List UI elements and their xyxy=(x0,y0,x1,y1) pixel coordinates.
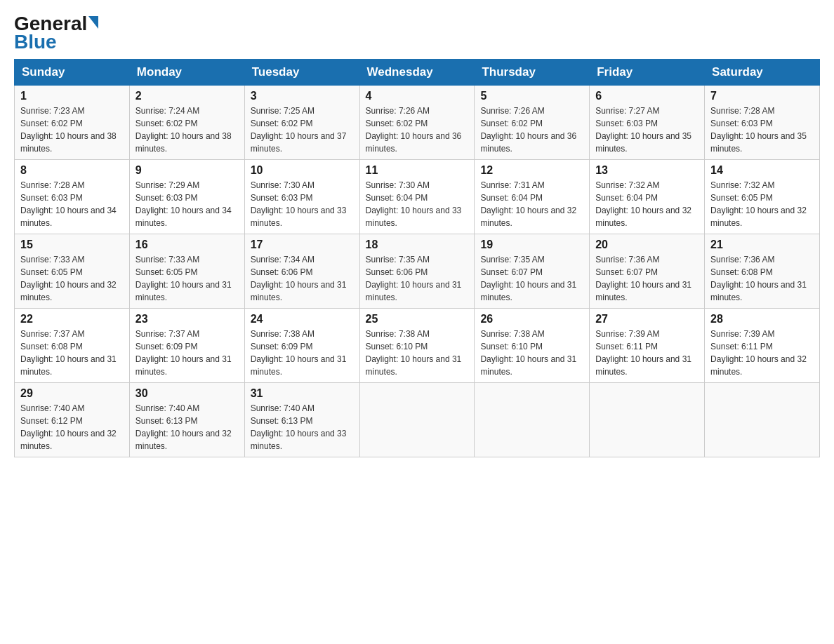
calendar-cell: 21 Sunrise: 7:36 AMSunset: 6:08 PMDaylig… xyxy=(705,234,820,309)
day-number: 7 xyxy=(710,90,814,102)
header-friday: Friday xyxy=(590,60,705,86)
day-info: Sunrise: 7:40 AMSunset: 6:13 PMDaylight:… xyxy=(251,402,354,452)
day-info: Sunrise: 7:34 AMSunset: 6:06 PMDaylight:… xyxy=(251,253,354,304)
calendar-cell: 12 Sunrise: 7:31 AMSunset: 6:04 PMDaylig… xyxy=(475,160,590,234)
day-number: 25 xyxy=(366,313,469,326)
day-info: Sunrise: 7:38 AMSunset: 6:09 PMDaylight:… xyxy=(251,328,354,378)
day-number: 29 xyxy=(20,387,124,400)
day-number: 10 xyxy=(251,164,354,177)
calendar-cell xyxy=(359,383,475,457)
header-monday: Monday xyxy=(129,60,244,86)
day-info: Sunrise: 7:28 AMSunset: 6:03 PMDaylight:… xyxy=(710,105,814,155)
calendar-cell: 25 Sunrise: 7:38 AMSunset: 6:10 PMDaylig… xyxy=(359,309,475,383)
day-info: Sunrise: 7:29 AMSunset: 6:03 PMDaylight:… xyxy=(135,179,239,229)
day-info: Sunrise: 7:25 AMSunset: 6:02 PMDaylight:… xyxy=(251,105,354,155)
calendar-cell: 8 Sunrise: 7:28 AMSunset: 6:03 PMDayligh… xyxy=(15,160,130,234)
calendar-cell: 22 Sunrise: 7:37 AMSunset: 6:08 PMDaylig… xyxy=(15,309,130,383)
calendar-cell xyxy=(475,383,590,457)
header-wednesday: Wednesday xyxy=(359,60,475,86)
day-number: 11 xyxy=(366,164,469,177)
day-number: 16 xyxy=(135,239,239,251)
day-number: 27 xyxy=(595,313,699,326)
calendar-cell: 9 Sunrise: 7:29 AMSunset: 6:03 PMDayligh… xyxy=(129,160,244,234)
day-number: 19 xyxy=(480,239,583,251)
logo: General Blue xyxy=(14,14,98,52)
day-number: 5 xyxy=(480,90,583,102)
day-info: Sunrise: 7:27 AMSunset: 6:03 PMDaylight:… xyxy=(595,105,699,155)
day-info: Sunrise: 7:26 AMSunset: 6:02 PMDaylight:… xyxy=(366,105,469,155)
day-number: 2 xyxy=(135,90,239,102)
week-row-1: 1 Sunrise: 7:23 AMSunset: 6:02 PMDayligh… xyxy=(15,86,820,160)
calendar-cell: 15 Sunrise: 7:33 AMSunset: 6:05 PMDaylig… xyxy=(15,234,130,309)
day-info: Sunrise: 7:38 AMSunset: 6:10 PMDaylight:… xyxy=(480,328,583,378)
day-info: Sunrise: 7:26 AMSunset: 6:02 PMDaylight:… xyxy=(480,105,583,155)
day-info: Sunrise: 7:32 AMSunset: 6:05 PMDaylight:… xyxy=(710,179,814,229)
calendar-cell: 27 Sunrise: 7:39 AMSunset: 6:11 PMDaylig… xyxy=(590,309,705,383)
day-number: 9 xyxy=(135,164,239,177)
calendar-cell: 31 Sunrise: 7:40 AMSunset: 6:13 PMDaylig… xyxy=(244,383,359,457)
day-number: 20 xyxy=(595,239,699,251)
day-info: Sunrise: 7:40 AMSunset: 6:13 PMDaylight:… xyxy=(135,402,239,452)
calendar-cell: 17 Sunrise: 7:34 AMSunset: 6:06 PMDaylig… xyxy=(244,234,359,309)
calendar-cell: 4 Sunrise: 7:26 AMSunset: 6:02 PMDayligh… xyxy=(359,86,475,160)
day-info: Sunrise: 7:37 AMSunset: 6:09 PMDaylight:… xyxy=(135,328,239,378)
calendar-cell: 14 Sunrise: 7:32 AMSunset: 6:05 PMDaylig… xyxy=(705,160,820,234)
day-info: Sunrise: 7:35 AMSunset: 6:06 PMDaylight:… xyxy=(366,253,469,304)
logo-blue-text: Blue xyxy=(14,32,57,52)
logo-arrow-icon xyxy=(88,16,98,29)
day-info: Sunrise: 7:31 AMSunset: 6:04 PMDaylight:… xyxy=(480,179,583,229)
calendar-cell: 24 Sunrise: 7:38 AMSunset: 6:09 PMDaylig… xyxy=(244,309,359,383)
calendar-cell: 19 Sunrise: 7:35 AMSunset: 6:07 PMDaylig… xyxy=(475,234,590,309)
day-info: Sunrise: 7:35 AMSunset: 6:07 PMDaylight:… xyxy=(480,253,583,304)
day-info: Sunrise: 7:36 AMSunset: 6:07 PMDaylight:… xyxy=(595,253,699,304)
day-info: Sunrise: 7:38 AMSunset: 6:10 PMDaylight:… xyxy=(366,328,469,378)
day-number: 21 xyxy=(710,239,814,251)
calendar-cell: 5 Sunrise: 7:26 AMSunset: 6:02 PMDayligh… xyxy=(475,86,590,160)
calendar-cell: 1 Sunrise: 7:23 AMSunset: 6:02 PMDayligh… xyxy=(15,86,130,160)
calendar-cell: 16 Sunrise: 7:33 AMSunset: 6:05 PMDaylig… xyxy=(129,234,244,309)
day-number: 8 xyxy=(20,164,124,177)
day-number: 26 xyxy=(480,313,583,326)
day-number: 4 xyxy=(366,90,469,102)
calendar-cell: 23 Sunrise: 7:37 AMSunset: 6:09 PMDaylig… xyxy=(129,309,244,383)
day-info: Sunrise: 7:36 AMSunset: 6:08 PMDaylight:… xyxy=(710,253,814,304)
calendar-cell xyxy=(705,383,820,457)
day-number: 12 xyxy=(480,164,583,177)
header-saturday: Saturday xyxy=(705,60,820,86)
week-row-4: 22 Sunrise: 7:37 AMSunset: 6:08 PMDaylig… xyxy=(15,309,820,383)
calendar-table: SundayMondayTuesdayWednesdayThursdayFrid… xyxy=(14,59,820,457)
day-number: 13 xyxy=(595,164,699,177)
day-number: 14 xyxy=(710,164,814,177)
day-number: 6 xyxy=(595,90,699,102)
day-number: 3 xyxy=(251,90,354,102)
day-info: Sunrise: 7:23 AMSunset: 6:02 PMDaylight:… xyxy=(20,105,124,155)
page-header: General Blue xyxy=(14,14,820,52)
calendar-cell: 28 Sunrise: 7:39 AMSunset: 6:11 PMDaylig… xyxy=(705,309,820,383)
calendar-cell: 29 Sunrise: 7:40 AMSunset: 6:12 PMDaylig… xyxy=(15,383,130,457)
day-info: Sunrise: 7:24 AMSunset: 6:02 PMDaylight:… xyxy=(135,105,239,155)
calendar-cell: 20 Sunrise: 7:36 AMSunset: 6:07 PMDaylig… xyxy=(590,234,705,309)
calendar-cell: 11 Sunrise: 7:30 AMSunset: 6:04 PMDaylig… xyxy=(359,160,475,234)
day-info: Sunrise: 7:37 AMSunset: 6:08 PMDaylight:… xyxy=(20,328,124,378)
day-info: Sunrise: 7:30 AMSunset: 6:03 PMDaylight:… xyxy=(251,179,354,229)
calendar-cell: 7 Sunrise: 7:28 AMSunset: 6:03 PMDayligh… xyxy=(705,86,820,160)
day-info: Sunrise: 7:40 AMSunset: 6:12 PMDaylight:… xyxy=(20,402,124,452)
header-sunday: Sunday xyxy=(15,60,130,86)
calendar-cell: 3 Sunrise: 7:25 AMSunset: 6:02 PMDayligh… xyxy=(244,86,359,160)
day-number: 24 xyxy=(251,313,354,326)
day-info: Sunrise: 7:32 AMSunset: 6:04 PMDaylight:… xyxy=(595,179,699,229)
header-thursday: Thursday xyxy=(475,60,590,86)
day-number: 31 xyxy=(251,387,354,400)
day-number: 18 xyxy=(366,239,469,251)
day-number: 1 xyxy=(20,90,124,102)
week-row-5: 29 Sunrise: 7:40 AMSunset: 6:12 PMDaylig… xyxy=(15,383,820,457)
calendar-cell: 26 Sunrise: 7:38 AMSunset: 6:10 PMDaylig… xyxy=(475,309,590,383)
day-number: 30 xyxy=(135,387,239,400)
day-number: 23 xyxy=(135,313,239,326)
header-row: SundayMondayTuesdayWednesdayThursdayFrid… xyxy=(15,60,820,86)
week-row-3: 15 Sunrise: 7:33 AMSunset: 6:05 PMDaylig… xyxy=(15,234,820,309)
day-info: Sunrise: 7:39 AMSunset: 6:11 PMDaylight:… xyxy=(710,328,814,378)
header-tuesday: Tuesday xyxy=(244,60,359,86)
day-info: Sunrise: 7:30 AMSunset: 6:04 PMDaylight:… xyxy=(366,179,469,229)
day-info: Sunrise: 7:39 AMSunset: 6:11 PMDaylight:… xyxy=(595,328,699,378)
